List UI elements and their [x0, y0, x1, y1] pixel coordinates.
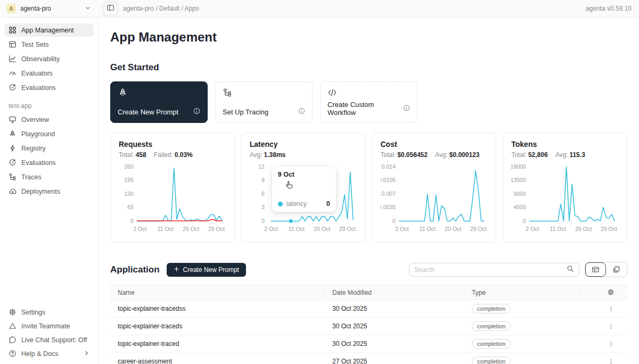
- app-name[interactable]: career-assessment: [110, 358, 325, 364]
- get-started-cards: Create New Prompt Set Up Tracing: [110, 81, 627, 123]
- sidebar-item-playground[interactable]: Playground: [4, 127, 94, 140]
- svg-text:195: 195: [124, 177, 134, 183]
- monitor-icon: [9, 115, 17, 123]
- search-icon[interactable]: [567, 265, 574, 275]
- info-icon[interactable]: [193, 107, 200, 117]
- breadcrumb[interactable]: agenta-pro / Default / Apps: [123, 5, 199, 12]
- sidebar-item-settings[interactable]: Settings: [4, 305, 94, 319]
- svg-text:0.007: 0.007: [381, 191, 396, 197]
- svg-text:2 Oct: 2 Oct: [264, 226, 277, 232]
- svg-text:20 Oct: 20 Oct: [445, 226, 461, 232]
- sidebar-item-test-sets[interactable]: Test Sets: [4, 38, 94, 51]
- chart-title: Tokens: [511, 140, 619, 148]
- sidebar-item-app-evaluations[interactable]: Evaluations: [4, 156, 94, 169]
- sidebar-item-invite-teammate[interactable]: Invite Teammate: [4, 319, 94, 333]
- svg-text:12: 12: [258, 163, 265, 170]
- chart-stats: Total:458 Failed:0.03%: [119, 151, 226, 159]
- table-row[interactable]: career-assessment 27 Oct 2025 completion: [110, 353, 627, 364]
- app-version: agenta v0.59.10: [586, 5, 632, 12]
- info-icon[interactable]: [298, 107, 305, 117]
- sidebar-item-overview[interactable]: Overview: [4, 113, 94, 126]
- create-new-prompt-card[interactable]: Create New Prompt: [110, 81, 208, 123]
- row-menu-kebab-icon[interactable]: [608, 358, 615, 364]
- plus-icon: [174, 266, 179, 274]
- chart-tooltip: 9 Oct latency 0: [272, 167, 336, 212]
- mouse-cursor-icon: [285, 180, 294, 192]
- cost-line-chart[interactable]: 0.0140.01050.0070.003502 Oct11 Oct20 Oct…: [381, 162, 488, 237]
- refresh-circle-icon: [9, 159, 17, 167]
- help-icon: [9, 350, 17, 358]
- workspace-switcher[interactable]: A agenta-pro: [0, 0, 99, 17]
- sidebar-item-label: Evaluations: [21, 159, 56, 167]
- app-date-modified: 30 Oct 2025: [325, 322, 464, 330]
- card-view-button[interactable]: [606, 262, 627, 277]
- sidebar-item-observability[interactable]: Observability: [4, 52, 94, 65]
- info-icon[interactable]: [403, 104, 410, 113]
- tooltip-date: 9 Oct: [278, 171, 330, 178]
- table-row[interactable]: topic-explainer-traceds 30 Oct 2025 comp…: [110, 318, 627, 335]
- table-row[interactable]: topic-explainer-traced 30 Oct 2025 compl…: [110, 335, 627, 353]
- svg-text:260: 260: [124, 163, 134, 170]
- app-name[interactable]: topic-explainer-traceds: [110, 322, 325, 330]
- sidebar-item-label: Traces: [21, 173, 42, 181]
- rocket-icon: [118, 88, 200, 100]
- table-view-icon: [592, 266, 600, 274]
- svg-text:29 Oct: 29 Oct: [601, 226, 617, 232]
- svg-text:20 Oct: 20 Oct: [575, 226, 592, 232]
- column-header-date-modified[interactable]: Date Modified: [325, 288, 464, 297]
- series-dot: [278, 202, 283, 206]
- chart-stats: Avg:1.38ms: [250, 151, 357, 159]
- sidebar-item-label: Test Sets: [21, 41, 48, 48]
- type-badge: completion: [472, 357, 511, 364]
- sidebar-toggle-button[interactable]: [104, 3, 117, 15]
- app-name[interactable]: topic-explainer-traced: [110, 340, 325, 348]
- svg-text:65: 65: [127, 204, 134, 210]
- create-new-prompt-button[interactable]: Create New Prompt: [167, 263, 246, 277]
- app-name[interactable]: topic-explainer-tracedss: [110, 305, 325, 312]
- sidebar-item-help-docs[interactable]: Help & Docs: [4, 347, 94, 360]
- sidebar-item-deployments[interactable]: Deployments: [4, 185, 94, 198]
- search-input[interactable]: [414, 266, 567, 274]
- main-content: App Management Get Started Create New Pr…: [99, 18, 639, 364]
- sidebar-item-traces[interactable]: Traces: [4, 170, 94, 184]
- svg-text:9000: 9000: [514, 191, 527, 197]
- application-heading: Application: [110, 264, 160, 275]
- triangle-icon: [9, 322, 17, 330]
- sidebar-item-label: Help & Docs: [21, 350, 58, 358]
- requests-line-chart[interactable]: 2601951306502 Oct11 Oct20 Oct29 Oct: [119, 162, 226, 237]
- sidebar-item-label: Playground: [21, 130, 55, 138]
- row-menu-kebab-icon[interactable]: [608, 341, 615, 348]
- svg-text:29 Oct: 29 Oct: [339, 226, 356, 232]
- tracing-tree-icon: [223, 88, 305, 100]
- applications-table: Name Date Modified Type topic-explainer-…: [110, 285, 627, 364]
- row-menu-kebab-icon[interactable]: [608, 305, 615, 312]
- svg-text:11 Oct: 11 Oct: [419, 226, 435, 232]
- svg-text:11 Oct: 11 Oct: [158, 226, 174, 232]
- sidebar-item-app-management[interactable]: App Management: [4, 23, 94, 37]
- lightning-icon: [9, 144, 17, 152]
- sidebar-item-label: Evaluations: [21, 84, 56, 92]
- column-settings-gear-icon[interactable]: [581, 288, 627, 297]
- column-header-type[interactable]: Type: [464, 288, 580, 297]
- sidebar-item-evaluators[interactable]: Evaluators: [4, 67, 94, 80]
- chart-title: Cost: [381, 140, 488, 148]
- svg-text:0: 0: [392, 218, 395, 224]
- table-row[interactable]: topic-explainer-tracedss 30 Oct 2025 com…: [110, 300, 627, 318]
- rocket-icon: [9, 130, 17, 138]
- table-view-button[interactable]: [585, 262, 606, 277]
- svg-text:20 Oct: 20 Oct: [314, 226, 330, 232]
- table-icon: [9, 40, 17, 48]
- grid-icon: [9, 26, 17, 34]
- column-header-name[interactable]: Name: [110, 288, 325, 297]
- svg-text:0: 0: [130, 218, 134, 224]
- svg-text:0.0035: 0.0035: [381, 204, 396, 210]
- type-badge: completion: [472, 339, 511, 349]
- row-menu-kebab-icon[interactable]: [608, 323, 615, 330]
- svg-text:20 Oct: 20 Oct: [183, 226, 199, 232]
- create-custom-workflow-card[interactable]: Create Custom Workflow: [320, 81, 417, 123]
- set-up-tracing-card[interactable]: Set Up Tracing: [215, 81, 313, 123]
- sidebar-item-evaluations[interactable]: Evaluations: [4, 81, 94, 94]
- tokens-line-chart[interactable]: 18000135009000450002 Oct11 Oct20 Oct29 O…: [511, 162, 619, 237]
- sidebar-item-registry[interactable]: Registry: [4, 142, 94, 155]
- sidebar-item-live-chat[interactable]: Live Chat Support: Off: [4, 333, 94, 346]
